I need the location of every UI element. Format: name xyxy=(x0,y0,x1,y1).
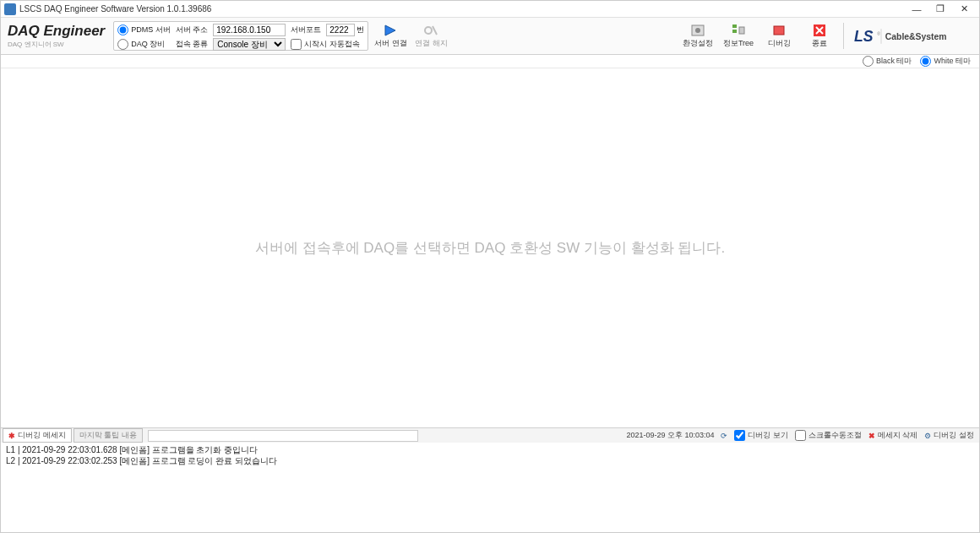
conn-type-select[interactable]: Console 장비 xyxy=(213,38,286,51)
auto-connect-input[interactable] xyxy=(291,39,302,50)
port-unit: 번 xyxy=(357,24,364,35)
disconnect-button[interactable]: 연결 해지 xyxy=(412,21,449,51)
server-address-input[interactable] xyxy=(213,24,286,36)
connection-panel: PDMS 서버 서버 주소 서버포트 번 DAQ 장비 접속 종류 Consol… xyxy=(113,21,368,51)
brand: DAQ Engineer DAQ 엔지니어 SW xyxy=(6,21,110,51)
log-line: L1 | 2021-09-29 22:03:01.628 [메인폼] 프로그램을… xyxy=(6,444,974,455)
delete-icon: ✖ xyxy=(868,432,875,440)
maximize-button[interactable]: ❐ xyxy=(928,2,952,17)
minimize-button[interactable]: — xyxy=(905,2,928,17)
placeholder-message: 서버에 접속후에 DAQ를 선택하면 DAQ 호환성 SW 기능이 활성화 됩니… xyxy=(255,238,725,258)
conn-type-label: 접속 종류 xyxy=(176,39,209,50)
log-line: L2 | 2021-09-29 22:03:02.253 [메인폼] 프로그램 … xyxy=(6,455,974,466)
close-icon xyxy=(811,23,828,38)
logo-text: Cable&System xyxy=(885,32,947,41)
daq-radio-label: DAQ 장비 xyxy=(131,39,165,50)
status-refresh-icon[interactable]: ⟳ xyxy=(721,432,727,440)
brand-title: DAQ Engineer xyxy=(8,23,105,40)
exit-button[interactable]: 종료 xyxy=(801,21,838,51)
main-content: 서버에 접속후에 DAQ를 선택하면 DAQ 호환성 SW 기능이 활성화 됩니… xyxy=(1,68,979,427)
svg-rect-6 xyxy=(732,30,737,33)
white-theme-radio[interactable]: White 테마 xyxy=(920,56,971,67)
black-theme-radio[interactable]: Black 테마 xyxy=(863,56,912,67)
status-timestamp: 2021-09-29 오후 10:03:04 xyxy=(626,430,714,441)
log-panel[interactable]: L1 | 2021-09-29 22:03:01.628 [메인폼] 프로그램을… xyxy=(1,443,979,532)
bug-icon xyxy=(770,23,787,38)
server-port-input[interactable] xyxy=(326,24,355,36)
auto-connect-label: 시작시 자동접속 xyxy=(304,39,360,50)
svg-rect-8 xyxy=(774,26,784,35)
title-bar: LSCS DAQ Engineer Software Version 1.0.1… xyxy=(1,1,979,18)
svg-text:®: ® xyxy=(877,31,880,36)
daq-device-radio[interactable]: DAQ 장비 xyxy=(117,39,171,50)
svg-point-4 xyxy=(695,28,700,33)
pdms-radio-label: PDMS 서버 xyxy=(131,24,171,35)
svg-line-2 xyxy=(433,26,437,35)
pdms-server-radio[interactable]: PDMS 서버 xyxy=(117,24,171,35)
company-logo: LS ® Cable&System xyxy=(849,21,974,51)
svg-point-1 xyxy=(425,27,432,34)
close-button[interactable]: ✕ xyxy=(952,2,976,17)
tooltip-tab[interactable]: 마지막 툴팁 내용 xyxy=(74,428,143,443)
svg-rect-7 xyxy=(739,27,744,34)
debug-settings-button[interactable]: ⚙ 디버깅 설정 xyxy=(924,430,974,441)
auto-connect-check[interactable]: 시작시 자동접속 xyxy=(291,39,364,50)
brand-subtitle: DAQ 엔지니어 SW xyxy=(8,40,105,49)
server-port-label: 서버포트 xyxy=(291,24,321,35)
play-icon xyxy=(382,23,399,38)
delete-messages-button[interactable]: ✖ 메세지 삭제 xyxy=(868,430,918,441)
connect-button[interactable]: 서버 연결 xyxy=(372,21,409,51)
server-address-label: 서버 주소 xyxy=(176,24,209,35)
app-icon xyxy=(4,3,16,15)
pdms-radio-input[interactable] xyxy=(117,24,128,35)
manual-scroll-check[interactable]: 스크롤수동조절 xyxy=(795,430,862,441)
theme-bar: Black 테마 White 테마 xyxy=(1,55,979,68)
info-tree-button[interactable]: 정보Tree xyxy=(720,21,757,51)
daq-radio-input[interactable] xyxy=(117,39,128,50)
bug-icon: ✱ xyxy=(8,432,15,440)
debug-messages-tab[interactable]: ✱ 디버깅 메세지 xyxy=(3,428,72,443)
window-title: LSCS DAQ Engineer Software Version 1.0.1… xyxy=(19,4,905,14)
svg-rect-5 xyxy=(732,24,737,28)
toolbar: DAQ Engineer DAQ 엔지니어 SW PDMS 서버 서버 주소 서… xyxy=(1,18,979,55)
status-field xyxy=(148,430,418,442)
svg-text:LS: LS xyxy=(854,27,874,44)
gear-icon: ⚙ xyxy=(924,432,931,440)
debug-view-check[interactable]: 디버깅 보기 xyxy=(734,430,788,441)
debug-button[interactable]: 디버깅 xyxy=(760,21,798,51)
settings-button[interactable]: 환경설정 xyxy=(679,21,716,51)
svg-marker-0 xyxy=(385,25,395,35)
tree-icon xyxy=(730,23,747,38)
unplug-icon xyxy=(422,23,439,38)
gear-icon xyxy=(689,23,706,38)
status-bar: ✱ 디버깅 메세지 마지막 툴팁 내용 2021-09-29 오후 10:03:… xyxy=(1,427,979,443)
